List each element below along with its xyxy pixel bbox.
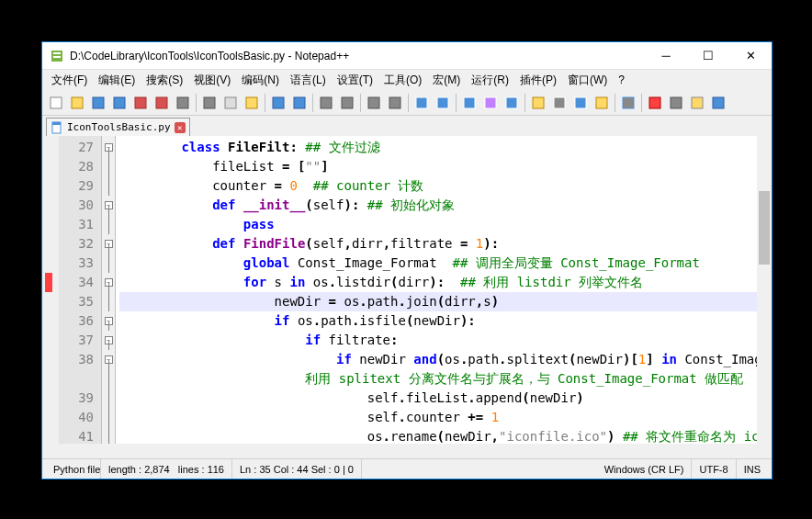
svg-rect-8 bbox=[156, 97, 167, 108]
redo-icon[interactable] bbox=[289, 93, 310, 113]
svg-rect-30 bbox=[671, 97, 682, 108]
svg-rect-14 bbox=[294, 97, 305, 108]
indent-icon[interactable] bbox=[502, 93, 522, 113]
play-multi-icon[interactable] bbox=[687, 93, 707, 113]
svg-rect-12 bbox=[246, 97, 257, 108]
status-eol: Windows (CR LF) bbox=[597, 459, 693, 479]
code-line[interactable]: newDir = os.path.join(dirr,s) bbox=[119, 292, 772, 311]
code-area[interactable]: class FileFilt: ## 文件过滤 fileList = [""] … bbox=[116, 136, 772, 444]
tab-close-icon[interactable]: ✕ bbox=[175, 122, 186, 133]
code-line[interactable]: global Const_Image_Format ## 调用全局变量 Cons… bbox=[119, 254, 772, 273]
menu-item[interactable]: 编码(N) bbox=[236, 71, 285, 90]
zoom-in-icon[interactable] bbox=[364, 93, 384, 113]
paste-icon[interactable] bbox=[242, 93, 262, 113]
sync-v-icon[interactable] bbox=[412, 93, 432, 113]
tabbar: IconToolsBasic.py ✕ bbox=[42, 116, 772, 136]
code-line[interactable]: def __init__(self): ## 初始化对象 bbox=[119, 196, 772, 215]
svg-rect-16 bbox=[342, 97, 353, 108]
open-icon[interactable] bbox=[67, 93, 87, 113]
close-icon[interactable] bbox=[130, 93, 151, 113]
close-button[interactable]: ✕ bbox=[729, 42, 772, 70]
menubar: 文件(F)编辑(E)搜索(S)视图(V)编码(N)语言(L)设置(T)工具(O)… bbox=[42, 70, 772, 90]
file-tab[interactable]: IconToolsBasic.py ✕ bbox=[46, 118, 190, 136]
scrollbar-thumb[interactable] bbox=[759, 191, 770, 265]
code-line[interactable]: if newDir and(os.path.splitext(newDir)[1… bbox=[119, 350, 772, 369]
menu-item[interactable]: 工具(O) bbox=[378, 71, 427, 90]
svg-rect-31 bbox=[692, 97, 703, 108]
svg-rect-13 bbox=[273, 97, 284, 108]
all-chars-icon[interactable] bbox=[480, 93, 501, 113]
copy-icon[interactable] bbox=[220, 93, 241, 113]
code-line[interactable]: fileList = [""] bbox=[119, 157, 772, 176]
menu-item[interactable]: 编辑(E) bbox=[93, 71, 141, 90]
replace-icon[interactable] bbox=[337, 93, 357, 113]
save-icon[interactable] bbox=[88, 93, 108, 113]
svg-rect-3 bbox=[51, 97, 62, 108]
svg-rect-19 bbox=[416, 97, 427, 108]
menu-item[interactable]: 宏(M) bbox=[427, 71, 466, 90]
lang-icon[interactable] bbox=[528, 93, 548, 113]
monitor-icon[interactable] bbox=[618, 93, 638, 113]
code-line[interactable]: os.rename(newDir,"iconfile.ico") ## 将文件重… bbox=[119, 427, 772, 444]
editor: 27282930313233343536373839404142 −−−−−−−… bbox=[42, 136, 772, 444]
menu-item[interactable]: 窗口(W) bbox=[562, 71, 613, 90]
status-file-type: Python file bbox=[46, 459, 101, 479]
save-all-icon[interactable] bbox=[109, 93, 130, 113]
menu-item[interactable]: 视图(V) bbox=[188, 71, 236, 90]
vertical-scrollbar[interactable] bbox=[757, 136, 772, 444]
horizontal-scrollbar[interactable] bbox=[42, 444, 772, 458]
status-encoding: UTF-8 bbox=[692, 459, 736, 479]
sync-h-icon[interactable] bbox=[433, 93, 453, 113]
menu-item[interactable]: 运行(R) bbox=[466, 71, 514, 90]
menu-item[interactable]: ? bbox=[613, 72, 630, 88]
minimize-button[interactable]: ─ bbox=[645, 42, 687, 70]
svg-rect-1 bbox=[53, 52, 61, 54]
svg-rect-6 bbox=[114, 97, 125, 108]
svg-rect-26 bbox=[575, 97, 586, 108]
svg-rect-2 bbox=[53, 56, 61, 58]
new-file-icon[interactable] bbox=[46, 93, 66, 113]
code-line[interactable]: counter = 0 ## counter 计数 bbox=[119, 176, 772, 196]
statusbar: Python file length : 2,874 lines : 116 L… bbox=[42, 458, 772, 479]
file-icon bbox=[51, 121, 63, 134]
svg-rect-5 bbox=[93, 97, 104, 108]
doc-map-icon[interactable] bbox=[549, 93, 570, 113]
cut-icon[interactable] bbox=[199, 93, 220, 113]
menu-item[interactable]: 搜索(S) bbox=[141, 71, 188, 90]
svg-rect-32 bbox=[713, 97, 724, 108]
code-line[interactable]: if filtrate: bbox=[119, 331, 772, 350]
print-icon[interactable] bbox=[173, 93, 193, 113]
menu-item[interactable]: 设置(T) bbox=[332, 71, 378, 90]
find-icon[interactable] bbox=[316, 93, 336, 113]
menu-item[interactable]: 插件(P) bbox=[514, 71, 562, 90]
svg-rect-29 bbox=[649, 97, 660, 108]
save-macro-icon[interactable] bbox=[708, 93, 728, 113]
svg-rect-27 bbox=[596, 97, 607, 108]
maximize-button[interactable]: ☐ bbox=[687, 42, 729, 70]
close-all-icon[interactable] bbox=[152, 93, 172, 113]
svg-rect-34 bbox=[52, 122, 61, 125]
record-icon[interactable] bbox=[645, 93, 665, 113]
menu-item[interactable]: 语言(L) bbox=[285, 71, 332, 90]
fold-column: −−−−−−−− bbox=[101, 136, 116, 444]
code-line[interactable]: self.fileList.append(newDir) bbox=[119, 389, 772, 408]
folder-icon[interactable] bbox=[592, 93, 612, 113]
code-line[interactable]: for s in os.listdir(dirr): ## 利用 listdir… bbox=[119, 273, 772, 292]
code-line[interactable]: class FileFilt: ## 文件过滤 bbox=[119, 138, 772, 157]
code-line[interactable]: def FindFile(self,dirr,filtrate = 1): bbox=[119, 234, 772, 254]
code-line[interactable]: self.counter += 1 bbox=[119, 408, 772, 427]
undo-icon[interactable] bbox=[268, 93, 288, 113]
func-list-icon[interactable] bbox=[570, 93, 591, 113]
code-line[interactable]: 利用 splitext 分离文件名与扩展名，与 Const_Image_Form… bbox=[119, 369, 772, 389]
svg-rect-15 bbox=[321, 97, 332, 108]
menu-item[interactable]: 文件(F) bbox=[46, 71, 93, 90]
app-window: D:\CodeLibrary\IconTools\IconToolsBasic.… bbox=[41, 41, 773, 480]
zoom-out-icon[interactable] bbox=[385, 93, 405, 113]
toolbar bbox=[42, 90, 772, 116]
wrap-icon[interactable] bbox=[459, 93, 479, 113]
svg-rect-28 bbox=[623, 97, 634, 108]
code-line[interactable]: if os.path.isfile(newDir): bbox=[119, 311, 772, 331]
play-icon[interactable] bbox=[666, 93, 686, 113]
status-position: Ln : 35 Col : 44 Sel : 0 | 0 bbox=[232, 459, 362, 479]
code-line[interactable]: pass bbox=[119, 215, 772, 234]
